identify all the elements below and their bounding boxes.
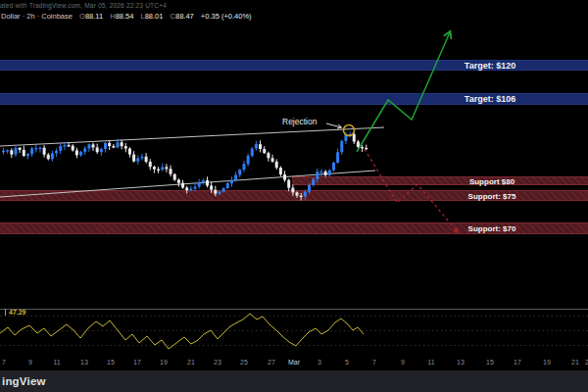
time-axis-label: 21 — [187, 359, 195, 366]
time-axis-label: 7 — [372, 359, 376, 366]
cropped-left-edge-mark — [5, 309, 6, 316]
time-axis-label: 17 — [133, 359, 141, 366]
time-axis-label: 5 — [345, 359, 349, 366]
tradingview-chart-window: ated with TradingView.com, Mar 05, 2026 … — [0, 0, 588, 392]
time-axis-label: 25 — [240, 359, 248, 366]
indicator-value-readout: 47.29 — [5, 309, 26, 316]
tradingview-logo[interactable]: ingView — [2, 375, 46, 387]
time-axis-label: 11 — [53, 359, 60, 366]
time-axis-label: 15 — [107, 359, 115, 366]
time-axis-label: 15 — [486, 359, 494, 366]
bottom-bar: ingView — [0, 370, 588, 392]
time-axis[interactable]: 79111315171921232527Mar35791113151719212 — [0, 359, 588, 370]
time-axis-label: 21 — [571, 359, 579, 366]
time-axis-label: 17 — [514, 359, 521, 366]
time-axis-label: 7 — [2, 359, 6, 366]
time-axis-label: 13 — [80, 359, 88, 366]
time-axis-label: 19 — [543, 359, 551, 366]
time-axis-label: 23 — [214, 359, 221, 366]
rsi-value: 47.29 — [9, 309, 26, 316]
time-axis-label: 27 — [268, 359, 275, 366]
time-axis-label: 9 — [28, 359, 32, 366]
time-axis-label: 19 — [160, 359, 168, 366]
time-axis-label: 3 — [318, 359, 321, 366]
time-axis-label: Mar — [288, 359, 300, 366]
time-axis-label: 13 — [457, 359, 465, 366]
rejection-annotation-label[interactable]: Rejection — [282, 117, 317, 126]
time-axis-label: 9 — [401, 359, 405, 366]
time-axis-label: 11 — [427, 359, 434, 366]
chart-canvas[interactable] — [0, 0, 588, 392]
